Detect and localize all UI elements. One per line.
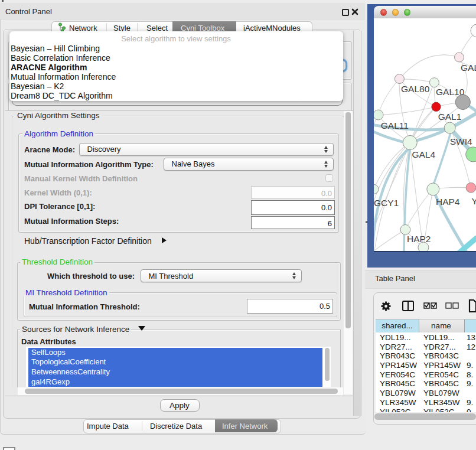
- svg-text:GAL1: GAL1: [438, 112, 462, 122]
- svg-text:HAP4: HAP4: [436, 197, 460, 207]
- svg-text:GCY1: GCY1: [374, 198, 399, 208]
- svg-text:Y: Y: [472, 196, 476, 206]
- svg-text:GAL4: GAL4: [412, 149, 435, 159]
- svg-text:HAP2: HAP2: [407, 234, 431, 244]
- svg-text:SWI4: SWI4: [450, 136, 472, 146]
- svg-text:GAL80: GAL80: [401, 84, 430, 94]
- svg-text:GAL10: GAL10: [436, 87, 465, 97]
- svg-text:GAL11: GAL11: [381, 120, 409, 131]
- svg-text:GAL: GAL: [461, 63, 476, 73]
